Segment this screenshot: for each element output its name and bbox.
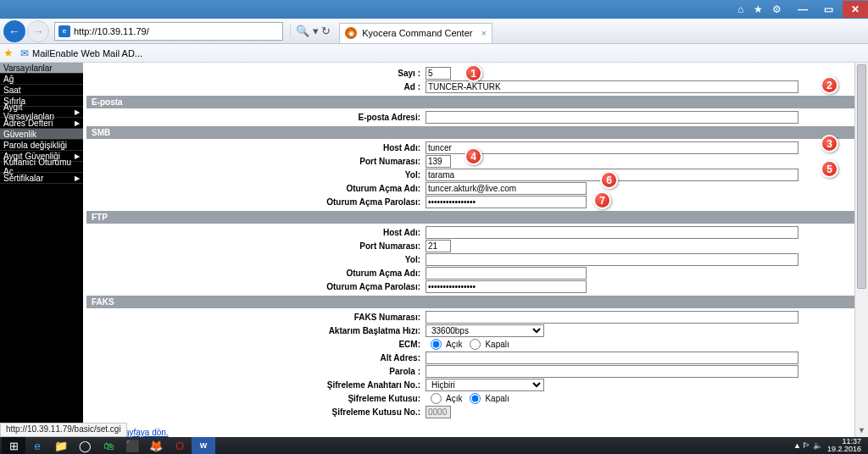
- sidebar-item[interactable]: Kullanıcı Oturumu Aç: [0, 162, 83, 173]
- taskbar: ⊞ e 📁 ◯ 🛍 ⬛ 🦊 O W ▲ 🏳 🔈 11:3719.2.2016: [0, 437, 868, 454]
- smb-login-label: Oturum Açma Adı:: [86, 184, 426, 193]
- sidebar-item[interactable]: Güvenlik: [0, 129, 83, 140]
- smb-yol-label: Yol:: [86, 170, 426, 180]
- ad-label: Ad :: [86, 82, 426, 91]
- titlebar-tools[interactable]: ⌂ ★ ⚙: [737, 3, 785, 15]
- smb-pass-label: Oturum Açma Parolası:: [86, 197, 426, 207]
- nav-forward-button[interactable]: →: [27, 20, 49, 42]
- url-input[interactable]: [74, 26, 279, 36]
- sifkey-select[interactable]: Hiçbiri: [426, 379, 544, 391]
- sifkey-label: Şifreleme Anahtarı No.:: [86, 380, 426, 390]
- sidebar-item[interactable]: Parola değişikliği: [0, 140, 83, 151]
- faks-hiz-select[interactable]: 33600bps: [426, 324, 544, 337]
- badge-6: 6: [600, 171, 618, 189]
- ecm-label: ECM:: [86, 340, 426, 349]
- taskbar-opera-icon[interactable]: O: [168, 437, 192, 454]
- favorite-link[interactable]: MailEnable Web Mail AD...: [32, 48, 142, 58]
- browser-tab[interactable]: ◉ Kyocera Command Center ×: [339, 23, 492, 43]
- ftp-login-label: Oturum Açma Adı:: [86, 269, 426, 278]
- sidebar-item-label: Güvenlik: [3, 130, 36, 139]
- section-eposta: E-posta: [86, 96, 860, 108]
- sidebar-item[interactable]: Aygıt Varsayılanları▶: [0, 107, 83, 118]
- ecm-acik-radio[interactable]: [431, 339, 442, 350]
- window-minimize-button[interactable]: —: [790, 1, 815, 18]
- ecm-kapali-label: Kapalı: [485, 340, 509, 349]
- main-panel: Sayı : Ad : E-posta E-posta Adresi: SMB …: [83, 63, 868, 437]
- smb-port-input[interactable]: [426, 155, 451, 168]
- section-ftp: FTP: [86, 211, 860, 224]
- badge-1: 1: [465, 64, 482, 82]
- window-maximize-button[interactable]: ▭: [815, 1, 841, 18]
- scrollbar[interactable]: ▲ ▼: [854, 63, 868, 437]
- sidebar-nav: VarsayılanlarAğSaatSıfırlaAygıt Varsayıl…: [0, 63, 83, 437]
- ftp-host-input[interactable]: [426, 226, 798, 239]
- search-refresh[interactable]: 🔍 ▾ ↻: [290, 25, 336, 37]
- chevron-right-icon: ▶: [75, 174, 80, 182]
- taskbar-app-icon[interactable]: ⬛: [120, 437, 144, 454]
- smb-port-label: Port Numarası:: [86, 157, 426, 166]
- eposta-input[interactable]: [426, 111, 798, 124]
- ecm-kapali-radio[interactable]: [470, 339, 481, 350]
- badge-7: 7: [593, 191, 611, 209]
- parola-input[interactable]: [426, 365, 798, 378]
- sidebar-item-label: Adres Defteri: [3, 119, 53, 128]
- badge-2: 2: [821, 76, 838, 94]
- sidebar-item[interactable]: Ağ: [0, 74, 83, 85]
- sidebar-item-label: Varsayılanlar: [3, 64, 53, 73]
- scroll-down-icon[interactable]: ▼: [855, 424, 868, 437]
- ftp-host-label: Host Adı:: [86, 228, 426, 237]
- taskbar-store-icon[interactable]: 🛍: [97, 437, 120, 454]
- ecm-acik-label: Açık: [446, 340, 462, 349]
- ftp-pass-input[interactable]: [426, 280, 587, 293]
- smb-login-input[interactable]: [426, 182, 587, 195]
- taskbar-clock[interactable]: 11:3719.2.2016: [827, 438, 861, 453]
- sidebar-item-label: Sertifikalar: [3, 174, 43, 183]
- badge-4: 4: [465, 147, 482, 165]
- sifkutuno-input: [426, 406, 451, 418]
- faks-no-input[interactable]: [426, 311, 798, 324]
- sifkutu-label: Şifreleme Kutusu:: [86, 394, 426, 403]
- faks-no-label: FAKS Numarası:: [86, 313, 426, 322]
- ftp-port-input[interactable]: [426, 240, 451, 252]
- nav-back-button[interactable]: ←: [3, 20, 25, 42]
- sifkutuno-label: Şifreleme Kutusu No.:: [86, 407, 426, 417]
- section-faks: FAKS: [86, 296, 860, 308]
- sifkutu-acik-radio[interactable]: [431, 393, 442, 404]
- tab-close-button[interactable]: ×: [481, 28, 486, 38]
- sidebar-item-label: Parola değişikliği: [3, 141, 67, 150]
- sidebar-item[interactable]: Varsayılanlar: [0, 63, 83, 74]
- eposta-label: E-posta Adresi:: [86, 113, 426, 122]
- sifkutu-acik-label: Açık: [446, 394, 462, 403]
- sidebar-item[interactable]: Saat: [0, 85, 83, 96]
- smb-pass-input[interactable]: [426, 196, 587, 208]
- address-bar[interactable]: e: [54, 22, 283, 41]
- favorite-star-icon[interactable]: ★: [3, 47, 14, 59]
- ad-input[interactable]: [426, 80, 798, 93]
- badge-5: 5: [821, 160, 838, 178]
- taskbar-word-icon[interactable]: W: [192, 437, 215, 454]
- smb-host-label: Host Adı:: [86, 143, 426, 152]
- taskbar-ie-icon[interactable]: e: [25, 437, 49, 454]
- ftp-login-input[interactable]: [426, 267, 587, 280]
- alt-input[interactable]: [426, 352, 798, 364]
- taskbar-chrome-icon[interactable]: ◯: [73, 437, 97, 454]
- tray-icons[interactable]: ▲ 🏳 🔈: [793, 441, 822, 450]
- status-bar: http://10.39.11.79/basic/set.cgi: [0, 423, 127, 437]
- faks-hiz-label: Aktarım Başlatma Hızı:: [86, 326, 426, 335]
- taskbar-firefox-icon[interactable]: 🦊: [144, 437, 168, 454]
- favicon: ◉: [345, 27, 357, 39]
- chevron-right-icon: ▶: [75, 108, 80, 116]
- start-button[interactable]: ⊞: [2, 437, 25, 454]
- favorites-bar: ★ ✉ MailEnable Web Mail AD...: [0, 44, 868, 63]
- window-close-button[interactable]: ✕: [843, 1, 868, 18]
- ftp-yol-input[interactable]: [426, 253, 798, 266]
- chevron-right-icon: ▶: [75, 119, 80, 127]
- sayi-input[interactable]: [426, 67, 451, 80]
- system-tray[interactable]: ▲ 🏳 🔈 11:3719.2.2016: [793, 438, 866, 453]
- ftp-port-label: Port Numarası:: [86, 241, 426, 251]
- scroll-thumb[interactable]: [857, 64, 866, 289]
- parola-label: Parola :: [86, 367, 426, 376]
- sifkutu-kapali-radio[interactable]: [470, 393, 481, 404]
- sidebar-item-label: Saat: [3, 86, 21, 95]
- taskbar-explorer-icon[interactable]: 📁: [49, 437, 73, 454]
